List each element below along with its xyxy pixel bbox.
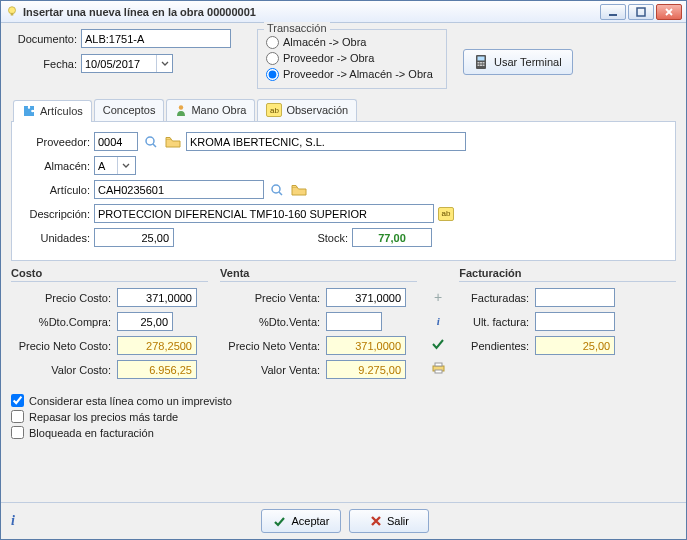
fecha-input[interactable] xyxy=(81,54,173,73)
dto-compra-input[interactable] xyxy=(117,312,173,331)
facturadas-value xyxy=(535,288,615,307)
info-icon[interactable]: i xyxy=(437,315,440,327)
svg-point-15 xyxy=(272,185,280,193)
minimize-button[interactable] xyxy=(600,4,626,20)
radio-proveedor-obra[interactable]: Proveedor -> Obra xyxy=(266,50,438,66)
radio-proveedor-almacen-obra[interactable]: Proveedor -> Almacén -> Obra xyxy=(266,66,438,82)
unidades-label: Unidades: xyxy=(24,232,90,244)
stock-label: Stock: xyxy=(218,232,348,244)
side-toolbar: + i xyxy=(429,267,447,384)
check-icon xyxy=(273,515,286,528)
tab-mano-obra[interactable]: Mano Obra xyxy=(166,99,255,121)
valor-costo xyxy=(117,360,197,379)
valor-venta xyxy=(326,360,406,379)
svg-rect-5 xyxy=(478,57,485,61)
precio-costo-input[interactable] xyxy=(117,288,197,307)
descripcion-label: Descripción: xyxy=(24,208,90,220)
lightbulb-icon xyxy=(5,5,19,19)
note-icon: ab xyxy=(266,103,282,117)
tab-observacion[interactable]: ab Observación xyxy=(257,99,357,121)
printer-icon[interactable] xyxy=(431,361,446,375)
puzzle-icon xyxy=(22,104,36,118)
svg-rect-6 xyxy=(478,62,480,64)
tab-articulos[interactable]: Artículos xyxy=(13,100,92,122)
svg-rect-19 xyxy=(435,370,442,373)
chk-repasar-precios[interactable]: Repasar los precios más tarde xyxy=(11,410,676,423)
close-icon xyxy=(370,515,382,527)
tab-conceptos[interactable]: Conceptos xyxy=(94,99,165,121)
titlebar[interactable]: Insertar una nueva línea en la obra 0000… xyxy=(1,1,686,23)
close-button[interactable] xyxy=(656,4,682,20)
costo-title: Costo xyxy=(11,267,208,282)
svg-line-14 xyxy=(153,144,156,147)
stock-value: 77,00 xyxy=(352,228,432,247)
articulo-input[interactable] xyxy=(94,180,264,199)
tabstrip: Artículos Conceptos Mano Obra ab Observa… xyxy=(11,99,676,122)
svg-rect-1 xyxy=(11,12,14,15)
maximize-button[interactable] xyxy=(628,4,654,20)
svg-point-0 xyxy=(9,6,16,13)
usar-terminal-button[interactable]: Usar Terminal xyxy=(463,49,573,75)
svg-rect-11 xyxy=(483,65,485,67)
svg-point-12 xyxy=(179,105,183,109)
proveedor-label: Proveedor: xyxy=(24,136,90,148)
chk-bloqueada[interactable]: Bloqueada en facturación xyxy=(11,426,676,439)
svg-rect-10 xyxy=(480,65,482,67)
note-icon[interactable]: ab xyxy=(438,207,454,221)
svg-rect-9 xyxy=(478,65,480,67)
salir-button[interactable]: Salir xyxy=(349,509,429,533)
dialog-window: Insertar una nueva línea en la obra 0000… xyxy=(0,0,687,540)
fecha-label: Fecha: xyxy=(11,58,77,70)
chevron-down-icon[interactable] xyxy=(156,55,172,72)
proveedor-code-input[interactable] xyxy=(94,132,138,151)
descripcion-input[interactable] xyxy=(94,204,434,223)
chk-imprevisto[interactable]: Considerar esta línea como un imprevisto xyxy=(11,394,676,407)
footer: i Aceptar Salir xyxy=(1,502,686,539)
venta-title: Venta xyxy=(220,267,417,282)
almacen-select[interactable] xyxy=(94,156,136,175)
plus-icon[interactable]: + xyxy=(434,289,442,305)
tab-pane: Proveedor: Almacén: Artículo: D xyxy=(11,122,676,261)
svg-rect-8 xyxy=(483,62,485,64)
chevron-down-icon[interactable] xyxy=(117,157,133,174)
ult-factura-value xyxy=(535,312,615,331)
transaccion-legend: Transacción xyxy=(264,22,330,34)
precio-venta-input[interactable] xyxy=(326,288,406,307)
venta-section: Venta Precio Venta: %Dto.Venta: Precio N… xyxy=(220,267,417,384)
proveedor-name-input[interactable] xyxy=(186,132,466,151)
costo-section: Costo Precio Costo: %Dto.Compra: Precio … xyxy=(11,267,208,384)
search-icon[interactable] xyxy=(268,181,286,199)
radio-almacen-obra[interactable]: Almacén -> Obra xyxy=(266,34,438,50)
search-icon[interactable] xyxy=(142,133,160,151)
pendientes-value xyxy=(535,336,615,355)
precio-neto-costo xyxy=(117,336,197,355)
svg-rect-2 xyxy=(609,14,617,16)
svg-rect-7 xyxy=(480,62,482,64)
svg-point-13 xyxy=(146,137,154,145)
documento-input[interactable] xyxy=(81,29,231,48)
aceptar-button[interactable]: Aceptar xyxy=(261,509,341,533)
documento-label: Documento: xyxy=(11,33,77,45)
svg-rect-18 xyxy=(435,363,442,366)
person-icon xyxy=(175,104,187,116)
precio-neto-venta xyxy=(326,336,406,355)
folder-icon[interactable] xyxy=(290,181,308,199)
almacen-label: Almacén: xyxy=(24,160,90,172)
svg-rect-3 xyxy=(637,8,645,16)
terminal-icon xyxy=(474,54,488,70)
facturacion-section: Facturación Facturadas: Ult. factura: Pe… xyxy=(459,267,676,384)
dto-venta-input[interactable] xyxy=(326,312,382,331)
svg-line-16 xyxy=(279,192,282,195)
unidades-input[interactable] xyxy=(94,228,174,247)
window-title: Insertar una nueva línea en la obra 0000… xyxy=(23,6,600,18)
transaccion-group: Transacción Almacén -> Obra Proveedor ->… xyxy=(257,29,447,89)
facturacion-title: Facturación xyxy=(459,267,676,282)
check-icon[interactable] xyxy=(431,337,445,351)
folder-icon[interactable] xyxy=(164,133,182,151)
articulo-label: Artículo: xyxy=(24,184,90,196)
